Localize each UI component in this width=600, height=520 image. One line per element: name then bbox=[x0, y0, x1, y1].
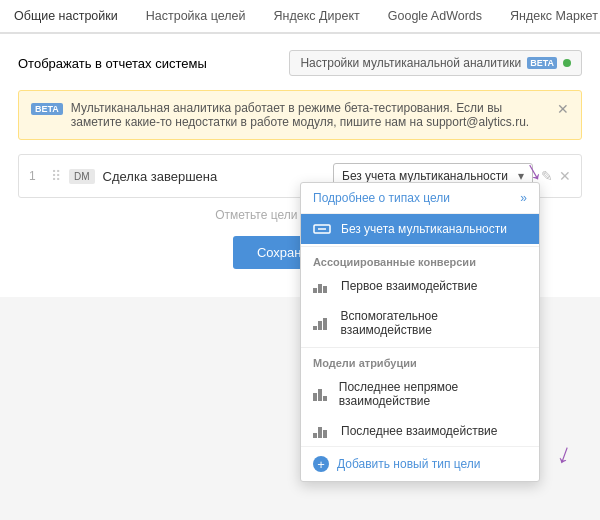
multichannel-btn-label: Настройки мультиканальной аналитики bbox=[300, 56, 521, 70]
bar-chart-medium-icon bbox=[313, 316, 330, 330]
dropdown-section-attribution: Модели атрибуции bbox=[301, 350, 539, 372]
dropdown-item-assisted[interactable]: Вспомогательное взаимодействие bbox=[301, 301, 539, 345]
dropdown-item-no-multi-label: Без учета мультиканальности bbox=[341, 222, 507, 236]
goal-type-dropdown: Подробнее о типах цели » Без учета мульт… bbox=[300, 182, 540, 482]
tab-goals[interactable]: Настройка целей bbox=[132, 0, 260, 34]
tab-google-adwords[interactable]: Google AdWords bbox=[374, 0, 496, 34]
dropdown-item-no-multi[interactable]: Без учета мультиканальности bbox=[301, 214, 539, 244]
bar-chart-last-indirect-icon bbox=[313, 387, 329, 401]
tab-yandex-market[interactable]: Яндекс Маркет bbox=[496, 0, 600, 34]
dropdown-item-assisted-label: Вспомогательное взаимодействие bbox=[340, 309, 527, 337]
dropdown-link-label: Подробнее о типах цели bbox=[313, 191, 450, 205]
add-goal-type-button[interactable]: + Добавить новый тип цели bbox=[301, 446, 539, 481]
goal-select-value: Без учета мультиканальности bbox=[342, 169, 508, 183]
add-goal-type-label: Добавить новый тип цели bbox=[337, 457, 480, 471]
beta-badge: BETA bbox=[527, 57, 557, 69]
dropdown-item-last-direct[interactable]: Последнее взаимодействие bbox=[301, 416, 539, 446]
tab-general[interactable]: Общие настройки bbox=[0, 0, 132, 34]
close-icon[interactable]: ✕ bbox=[557, 101, 569, 117]
dropdown-link-arrow: » bbox=[520, 191, 527, 205]
add-circle-icon: + bbox=[313, 456, 329, 472]
tab-bar: Общие настройки Настройка целей Яндекс Д… bbox=[0, 0, 600, 34]
goal-type-badge: DM bbox=[69, 169, 95, 184]
dropdown-item-first-interaction[interactable]: Первое взаимодействие bbox=[301, 271, 539, 301]
dropdown-item-first-label: Первое взаимодействие bbox=[341, 279, 477, 293]
purple-arrow-bottom: ↓ bbox=[553, 437, 577, 472]
multichannel-settings-button[interactable]: Настройки мультиканальной аналитики BETA bbox=[289, 50, 582, 76]
tab-yandex-direct[interactable]: Яндекс Директ bbox=[260, 0, 374, 34]
beta-notice-text: Мультиканальная аналитика работает в реж… bbox=[71, 101, 549, 129]
green-status-dot bbox=[563, 59, 571, 67]
delete-icon[interactable]: ✕ bbox=[559, 168, 571, 184]
dropdown-section-associated: Ассоциированные конверсии bbox=[301, 249, 539, 271]
dropdown-item-last-indirect-label: Последнее непрямое взаимодействие bbox=[339, 380, 527, 408]
beta-notice-tag: BETA bbox=[31, 103, 63, 115]
display-reports-row: Отображать в отчетах системы Настройки м… bbox=[18, 50, 582, 76]
chevron-down-icon: ▾ bbox=[518, 169, 524, 183]
bar-chart-last-direct-icon bbox=[313, 424, 331, 438]
dropdown-item-last-direct-label: Последнее взаимодействие bbox=[341, 424, 497, 438]
no-multi-icon bbox=[313, 222, 331, 236]
dropdown-link[interactable]: Подробнее о типах цели » bbox=[301, 183, 539, 214]
dropdown-item-last-indirect[interactable]: Последнее непрямое взаимодействие bbox=[301, 372, 539, 416]
beta-notice-bar: BETA Мультиканальная аналитика работает … bbox=[18, 90, 582, 140]
display-reports-label: Отображать в отчетах системы bbox=[18, 56, 207, 71]
goal-name: Сделка завершена bbox=[103, 169, 325, 184]
drag-handle-icon[interactable]: ⠿ bbox=[51, 168, 61, 184]
bar-chart-small-icon bbox=[313, 279, 331, 293]
goal-number: 1 bbox=[29, 169, 43, 183]
